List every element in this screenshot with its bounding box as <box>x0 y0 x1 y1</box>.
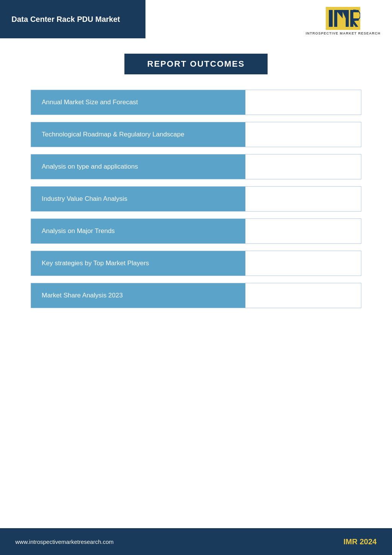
page-header: Data Center Rack PDU Market INT <box>0 0 392 38</box>
logo-area: INTROSPECTIVE MARKET RESEARCH <box>305 3 392 35</box>
report-outcomes-title: REPORT OUTCOMES <box>124 54 268 74</box>
list-item: Analysis on type and applications <box>31 154 361 179</box>
outcome-label-7: Market Share Analysis 2023 <box>31 283 245 308</box>
outcome-right-1 <box>245 90 361 115</box>
outcome-right-2 <box>245 122 361 147</box>
report-outcomes-title-wrapper: REPORT OUTCOMES <box>31 54 361 74</box>
outcome-label-5: Analysis on Major Trends <box>31 219 245 243</box>
outcome-right-3 <box>245 154 361 179</box>
outcome-label-2: Technological Roadmap & Regulatory Lands… <box>31 122 245 147</box>
outcome-items-list: Annual Market Size and Forecast Technolo… <box>31 90 361 308</box>
page-title: Data Center Rack PDU Market <box>11 15 120 24</box>
footer-url: www.introspectivemarketresearch.com <box>15 539 114 545</box>
outcome-label-1: Annual Market Size and Forecast <box>31 90 245 115</box>
list-item: Market Share Analysis 2023 <box>31 283 361 308</box>
svg-rect-2 <box>334 10 337 27</box>
list-item: Industry Value Chain Analysis <box>31 186 361 212</box>
main-content: REPORT OUTCOMES Annual Market Size and F… <box>0 38 392 331</box>
outcome-label-3: Analysis on type and applications <box>31 154 245 179</box>
svg-rect-6 <box>350 10 353 27</box>
list-item: Technological Roadmap & Regulatory Lands… <box>31 122 361 147</box>
page-footer: www.introspectivemarketresearch.com IMR … <box>0 528 392 555</box>
svg-rect-7 <box>353 10 359 12</box>
svg-rect-5 <box>346 10 349 27</box>
svg-rect-1 <box>329 10 333 27</box>
outcome-right-4 <box>245 187 361 211</box>
logo-icon <box>326 7 360 30</box>
outcome-label-6: Key strategies by Top Market Players <box>31 251 245 276</box>
header-title-bar: Data Center Rack PDU Market <box>0 0 145 38</box>
logo-subtext: INTROSPECTIVE MARKET RESEARCH <box>305 31 381 35</box>
footer-year: IMR 2024 <box>343 537 377 546</box>
outcome-label-4: Industry Value Chain Analysis <box>31 187 245 211</box>
svg-rect-8 <box>353 18 359 21</box>
outcome-right-7 <box>245 283 361 308</box>
list-item: Analysis on Major Trends <box>31 218 361 244</box>
outcome-right-6 <box>245 251 361 276</box>
outcome-right-5 <box>245 219 361 243</box>
list-item: Annual Market Size and Forecast <box>31 90 361 115</box>
list-item: Key strategies by Top Market Players <box>31 251 361 276</box>
